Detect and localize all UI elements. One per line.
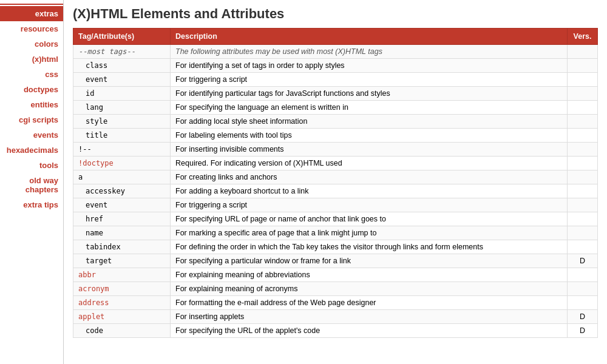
desc-cell: For specifying the language an element i… bbox=[171, 101, 568, 115]
desc-cell: Required. For indicating version of (X)H… bbox=[171, 157, 568, 170]
tag-cell: lang bbox=[73, 101, 171, 115]
tag-cell: title bbox=[73, 129, 171, 143]
vers-cell bbox=[568, 226, 598, 240]
vers-cell bbox=[568, 87, 598, 101]
table-body: --most tags--The following attributes ma… bbox=[73, 45, 598, 338]
col-header-tag: Tag/Attribute(s) bbox=[73, 29, 171, 45]
vers-cell bbox=[568, 45, 598, 59]
vers-cell: D bbox=[568, 254, 598, 268]
sidebar-item-extra-tips[interactable]: extra tips bbox=[0, 197, 63, 212]
vers-cell bbox=[568, 268, 598, 282]
vers-cell bbox=[568, 296, 598, 310]
table-row: aFor creating links and anchors bbox=[73, 170, 598, 184]
desc-cell: For explaining meaning of acronyms bbox=[171, 282, 568, 296]
sidebar-item-css[interactable]: css bbox=[0, 67, 63, 82]
desc-cell: For specifying the URL of the applet's c… bbox=[171, 324, 568, 338]
vers-cell bbox=[568, 129, 598, 143]
table-row: --most tags--The following attributes ma… bbox=[73, 45, 598, 59]
table-row: codeFor specifying the URL of the applet… bbox=[73, 324, 598, 338]
sidebar-item-colors[interactable]: colors bbox=[0, 36, 63, 52]
tag-cell: name bbox=[73, 226, 171, 240]
tag-cell: event bbox=[73, 73, 171, 87]
table-row: acronymFor explaining meaning of acronym… bbox=[73, 282, 598, 296]
vers-cell: D bbox=[568, 310, 598, 324]
tag-cell: abbr bbox=[73, 268, 171, 282]
tag-cell: href bbox=[73, 212, 171, 226]
table-row: appletFor inserting appletsD bbox=[73, 310, 598, 324]
tag-cell: !-- bbox=[73, 143, 171, 157]
table-row: addressFor formatting the e-mail address… bbox=[73, 296, 598, 310]
sidebar-item-doctypes[interactable]: doctypes bbox=[0, 82, 63, 97]
sidebar-item-extras[interactable]: extras bbox=[0, 6, 63, 21]
desc-cell: For identifying particular tags for Java… bbox=[171, 87, 568, 101]
vers-cell bbox=[568, 170, 598, 184]
desc-cell: For inserting applets bbox=[171, 310, 568, 324]
desc-cell: For inserting invisible comments bbox=[171, 143, 568, 157]
tag-cell: code bbox=[73, 324, 171, 338]
table-row: accesskeyFor adding a keyboard shortcut … bbox=[73, 184, 598, 198]
tag-cell: event bbox=[73, 198, 171, 212]
col-header-vers: Vers. bbox=[568, 29, 598, 45]
vers-cell bbox=[568, 143, 598, 157]
sidebar-item-events[interactable]: events bbox=[0, 127, 63, 143]
tag-cell: applet bbox=[73, 310, 171, 324]
tag-cell: id bbox=[73, 87, 171, 101]
vers-cell bbox=[568, 282, 598, 296]
sidebar-item-tools[interactable]: tools bbox=[0, 158, 63, 173]
table-row: idFor identifying particular tags for Ja… bbox=[73, 87, 598, 101]
sidebar-item-hexadecimals[interactable]: hexadecimals bbox=[0, 143, 63, 158]
table-row: styleFor adding local style sheet inform… bbox=[73, 115, 598, 129]
main-content: (X)HTML Elements and Attributes Tag/Attr… bbox=[64, 0, 607, 364]
table-row: tabindexFor defining the order in which … bbox=[73, 240, 598, 254]
tag-cell: accesskey bbox=[73, 184, 171, 198]
table-row: abbrFor explaining meaning of abbreviati… bbox=[73, 268, 598, 282]
table-row: !--For inserting invisible comments bbox=[73, 143, 598, 157]
desc-cell: For identifying a set of tags in order t… bbox=[171, 59, 568, 73]
desc-cell: The following attributes may be used wit… bbox=[171, 45, 568, 59]
table-row: eventFor triggering a script bbox=[73, 198, 598, 212]
vers-cell bbox=[568, 198, 598, 212]
elements-table: Tag/Attribute(s) Description Vers. --mos… bbox=[73, 28, 598, 338]
vers-cell bbox=[568, 115, 598, 129]
tag-cell: a bbox=[73, 170, 171, 184]
tag-cell: --most tags-- bbox=[73, 45, 171, 59]
tag-cell: address bbox=[73, 296, 171, 310]
tag-cell: tabindex bbox=[73, 240, 171, 254]
table-row: nameFor marking a specific area of page … bbox=[73, 226, 598, 240]
sidebar: extrasresourcescolors(x)htmlcssdoctypese… bbox=[0, 0, 64, 364]
table-row: !doctypeRequired. For indicating version… bbox=[73, 157, 598, 170]
sidebar-item-(x)html[interactable]: (x)html bbox=[0, 52, 63, 67]
desc-cell: For marking a specific area of page that… bbox=[171, 226, 568, 240]
vers-cell bbox=[568, 212, 598, 226]
sidebar-item-old-way-chapters[interactable]: old waychapters bbox=[0, 173, 63, 197]
desc-cell: For specifying URL of page or name of an… bbox=[171, 212, 568, 226]
vers-cell bbox=[568, 101, 598, 115]
tag-cell: class bbox=[73, 59, 171, 73]
desc-cell: For specifying a particular window or fr… bbox=[171, 254, 568, 268]
sidebar-item-entities[interactable]: entities bbox=[0, 97, 63, 112]
col-header-desc: Description bbox=[171, 29, 568, 45]
desc-cell: For labeling elements with tool tips bbox=[171, 129, 568, 143]
page-title: (X)HTML Elements and Attributes bbox=[73, 6, 598, 22]
tag-cell: acronym bbox=[73, 282, 171, 296]
desc-cell: For triggering a script bbox=[171, 198, 568, 212]
vers-cell: D bbox=[568, 324, 598, 338]
table-row: eventFor triggering a script bbox=[73, 73, 598, 87]
sidebar-item-cgi-scripts[interactable]: cgi scripts bbox=[0, 112, 63, 127]
sidebar-item-resources[interactable]: resources bbox=[0, 21, 63, 36]
table-row: classFor identifying a set of tags in or… bbox=[73, 59, 598, 73]
table-row: titleFor labeling elements with tool tip… bbox=[73, 129, 598, 143]
desc-cell: For adding local style sheet information bbox=[171, 115, 568, 129]
vers-cell bbox=[568, 59, 598, 73]
vers-cell bbox=[568, 73, 598, 87]
desc-cell: For creating links and anchors bbox=[171, 170, 568, 184]
table-row: hrefFor specifying URL of page or name o… bbox=[73, 212, 598, 226]
table-row: langFor specifying the language an eleme… bbox=[73, 101, 598, 115]
sidebar-top-divider bbox=[0, 4, 63, 5]
table-row: targetFor specifying a particular window… bbox=[73, 254, 598, 268]
tag-cell: target bbox=[73, 254, 171, 268]
desc-cell: For explaining meaning of abbreviations bbox=[171, 268, 568, 282]
vers-cell bbox=[568, 240, 598, 254]
vers-cell bbox=[568, 184, 598, 198]
tag-cell: !doctype bbox=[73, 157, 171, 170]
